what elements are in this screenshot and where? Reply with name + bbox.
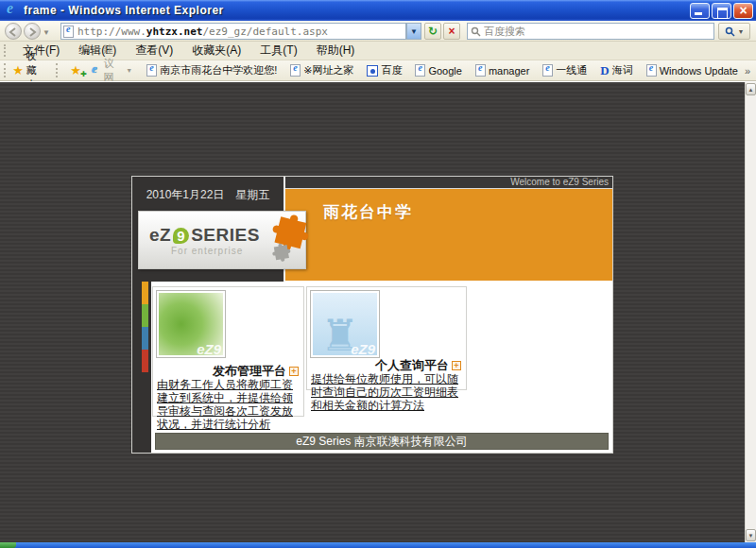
- search-box[interactable]: [467, 23, 714, 40]
- ie-page-icon: [542, 64, 553, 77]
- page-footer: eZ9 Series 南京联澳科技有限公司: [155, 433, 609, 450]
- date-text: 2010年1月22日 星期五: [132, 177, 284, 203]
- query-panel-image[interactable]: ♜ eZ9: [311, 291, 379, 357]
- fav-link-windows-update[interactable]: Windows Update: [646, 64, 738, 77]
- favbar-grip[interactable]: [4, 63, 7, 77]
- fav-link-school[interactable]: 南京市雨花台中学欢迎您!: [146, 63, 277, 77]
- start-button-edge[interactable]: [0, 542, 16, 548]
- orange-header: 雨花台中学: [285, 189, 612, 281]
- page-favicon: [63, 26, 74, 38]
- fav-link-label: manager: [489, 65, 529, 77]
- fav-link-label: Windows Update: [660, 65, 738, 77]
- add-favorite-star-icon: ★: [70, 63, 81, 77]
- back-arrow-icon: [9, 27, 18, 37]
- ie-page-icon: [415, 64, 425, 77]
- url-text: http://www.yhtzx.net/ez9_gz/default.aspx: [77, 26, 328, 38]
- address-dropdown-button[interactable]: ▼: [406, 23, 421, 40]
- minimize-button[interactable]: [690, 3, 710, 19]
- favorites-bar: ★ 收藏夹 ★✚ 建议网站 ▼ 南京市雨花台中学欢迎您! ※网址之家 百度 Go…: [0, 60, 756, 81]
- search-go-icon: [725, 26, 735, 37]
- forward-button[interactable]: [24, 23, 41, 40]
- search-icon: [471, 26, 481, 37]
- search-input[interactable]: [484, 26, 692, 37]
- left-color-strip: [132, 282, 151, 453]
- ez9-brand-text: eZ9SERIES: [149, 225, 260, 246]
- fav-link-yixiantong[interactable]: 一线通: [542, 63, 587, 77]
- fav-link-label: 百度: [381, 63, 402, 77]
- search-options-dropdown-icon[interactable]: ▼: [738, 28, 745, 35]
- forward-arrow-icon: [27, 27, 37, 37]
- expand-icon[interactable]: +: [289, 367, 299, 376]
- strip-red: [142, 350, 148, 372]
- fav-link-manager[interactable]: manager: [475, 64, 529, 77]
- fav-link-wangzhi[interactable]: ※网址之家: [290, 63, 353, 77]
- title-bar: frame - Windows Internet Explorer: [0, 0, 756, 21]
- toolbar-grip[interactable]: [4, 44, 8, 57]
- ez9-tagline: For enterprise: [171, 246, 243, 256]
- strip-orange: [142, 282, 148, 304]
- windows-taskbar[interactable]: [0, 542, 756, 548]
- welcome-text: Welcome to eZ9 Series: [285, 177, 612, 189]
- fav-link-label: 海词: [612, 63, 633, 77]
- haici-d-icon: D: [600, 63, 609, 78]
- refresh-button[interactable]: ↻: [424, 23, 441, 40]
- brand-nine-badge: 9: [173, 228, 189, 244]
- search-go-button[interactable]: ▼: [718, 23, 750, 40]
- back-button[interactable]: [5, 23, 22, 40]
- ie-page-icon: [646, 64, 657, 77]
- address-toolbar: ▼ http://www.yhtzx.net/ez9_gz/default.as…: [0, 21, 756, 42]
- ez9-logo: eZ9SERIES For enterprise: [138, 211, 306, 269]
- restore-button[interactable]: [712, 3, 731, 19]
- fav-link-label: Google: [428, 65, 461, 77]
- scroll-down-button[interactable]: ▼: [746, 529, 756, 541]
- fav-link-google[interactable]: Google: [415, 64, 461, 77]
- ie-page-icon: [146, 64, 157, 77]
- browser-viewport: 2010年1月22日 星期五 eZ9SERIES For enterprise …: [0, 81, 756, 542]
- favorites-star-icon: ★: [12, 63, 24, 77]
- menu-view[interactable]: 查看(V): [126, 43, 182, 59]
- menu-favorites[interactable]: 收藏夹(A): [182, 43, 250, 59]
- url-domain: yhtzx.net: [146, 26, 203, 38]
- add-favorite-plus-icon: ✚: [80, 70, 87, 78]
- strip-green: [142, 304, 148, 327]
- menu-help[interactable]: 帮助(H): [307, 43, 365, 59]
- strip-blue: [142, 327, 148, 350]
- panel-personal-query: ♜ eZ9 个人查询平台 + 提供给每位教师使用，可以随时查询自己的历次工资明细…: [306, 286, 467, 390]
- favbar-grip2[interactable]: [56, 63, 59, 77]
- page-header: Welcome to eZ9 Series 雨花台中学: [284, 177, 612, 282]
- web-page: 2010年1月22日 星期五 eZ9SERIES For enterprise …: [132, 177, 612, 453]
- fav-link-haici[interactable]: D海词: [600, 63, 632, 78]
- query-panel-description-link[interactable]: 提供给每位教师使用，可以随时查询自己的历次工资明细表和相关金额的计算方法: [311, 372, 463, 412]
- window-title: frame - Windows Internet Explorer: [24, 4, 688, 17]
- ie-page-icon: [475, 64, 486, 77]
- fav-link-label: 一线通: [556, 63, 587, 77]
- suggested-sites-dropdown-icon: ▼: [126, 67, 132, 74]
- address-field[interactable]: http://www.yhtzx.net/ez9_gz/default.aspx: [60, 23, 406, 40]
- fav-link-baidu[interactable]: 百度: [367, 63, 402, 77]
- history-dropdown-icon[interactable]: ▼: [43, 28, 50, 37]
- overflow-chevron[interactable]: »: [745, 65, 750, 77]
- vertical-scrollbar[interactable]: ▲ ▼: [745, 82, 756, 542]
- expand-icon[interactable]: +: [452, 361, 461, 370]
- scroll-up-button[interactable]: ▲: [746, 83, 756, 95]
- panel-publish-management: eZ9 发布管理平台 + 由财务工作人员将教师工资建立到系统中，并提供给领导审核…: [152, 286, 304, 417]
- image-watermark: eZ9: [197, 341, 221, 357]
- close-button[interactable]: [733, 3, 753, 19]
- brand-ez: eZ: [149, 225, 171, 245]
- url-path: /ez9_gz/default.aspx: [202, 26, 327, 38]
- image-watermark: eZ9: [351, 341, 375, 357]
- brand-series: SERIES: [191, 225, 260, 245]
- menu-tools[interactable]: 工具(T): [250, 43, 306, 59]
- stop-button[interactable]: ×: [443, 23, 460, 40]
- fav-link-label: ※网址之家: [303, 63, 353, 77]
- add-favorite-button[interactable]: ★✚: [70, 63, 84, 77]
- suggested-sites-icon: [91, 64, 96, 77]
- publish-panel-description-link[interactable]: 由财务工作人员将教师工资建立到系统中，并提供给领导审核与查阅各次工资发放状况，并…: [157, 378, 301, 431]
- ie-logo-icon: [5, 3, 20, 18]
- fav-link-label: 南京市雨花台中学欢迎您!: [160, 63, 277, 77]
- puzzle-piece-icon: [262, 210, 317, 266]
- school-title: 雨花台中学: [285, 189, 612, 223]
- publish-panel-image[interactable]: eZ9: [157, 291, 225, 357]
- baidu-icon: [367, 65, 378, 77]
- ie-page-icon: [290, 64, 301, 77]
